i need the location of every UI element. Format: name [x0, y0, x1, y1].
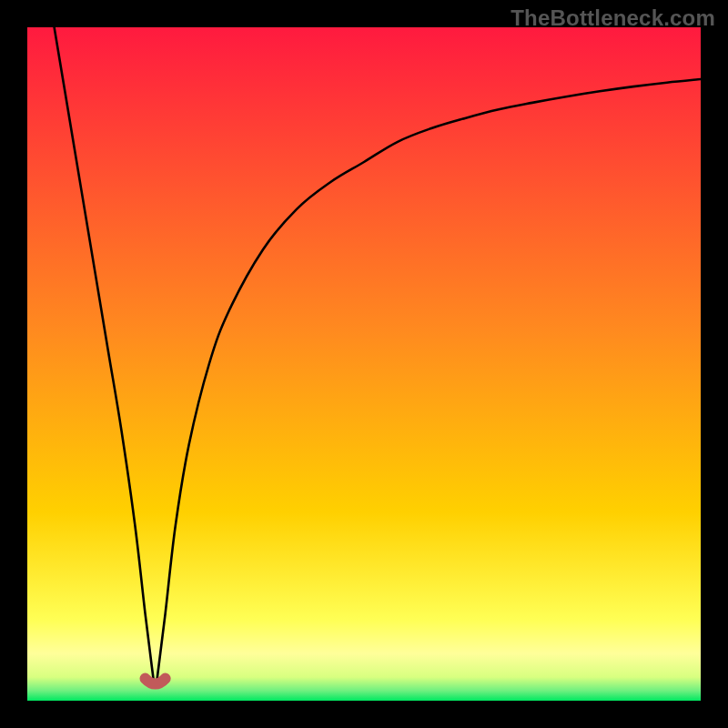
- watermark-text: TheBottleneck.com: [511, 5, 715, 31]
- gradient-background: [27, 27, 701, 701]
- minimum-marker: [146, 679, 166, 684]
- plot-svg: [27, 27, 701, 701]
- plot-area: [27, 27, 701, 701]
- chart-frame: TheBottleneck.com: [0, 0, 728, 728]
